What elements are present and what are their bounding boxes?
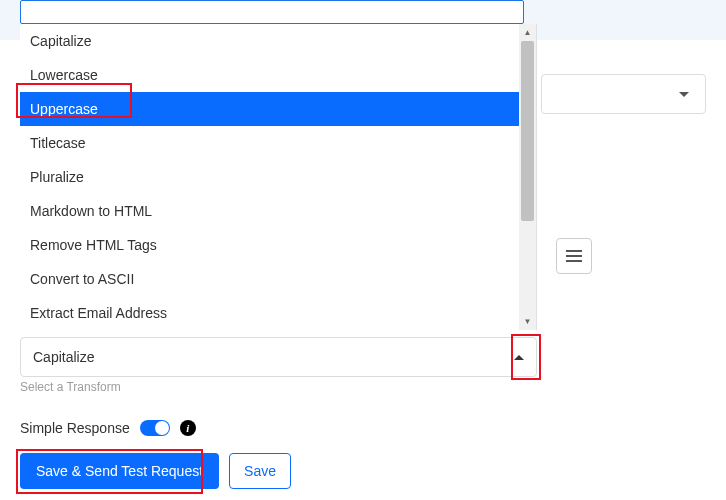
transform-select-value: Capitalize <box>33 349 514 365</box>
scrollbar[interactable]: ▲ ▼ <box>519 24 536 330</box>
simple-response-label: Simple Response <box>20 420 130 436</box>
transform-select[interactable]: Capitalize <box>20 337 537 377</box>
simple-response-toggle[interactable] <box>140 420 170 436</box>
scrollbar-thumb[interactable] <box>521 41 534 221</box>
options-list: Capitalize Lowercase Uppercase Titlecase… <box>20 24 519 330</box>
button-row: Save & Send Test Request Save <box>20 453 291 489</box>
option-uppercase[interactable]: Uppercase <box>20 92 519 126</box>
option-titlecase[interactable]: Titlecase <box>20 126 519 160</box>
info-icon[interactable]: i <box>180 420 196 436</box>
chevron-down-icon <box>679 92 689 97</box>
simple-response-row: Simple Response i <box>20 420 196 436</box>
option-markdown-html[interactable]: Markdown to HTML <box>20 194 519 228</box>
chevron-up-icon <box>514 355 524 360</box>
save-button[interactable]: Save <box>229 453 291 489</box>
background-select[interactable] <box>541 74 706 114</box>
option-capitalize[interactable]: Capitalize <box>20 24 519 58</box>
option-remove-html[interactable]: Remove HTML Tags <box>20 228 519 262</box>
hamburger-icon <box>566 250 582 262</box>
search-input[interactable] <box>20 0 524 24</box>
toggle-knob <box>155 421 169 435</box>
option-convert-ascii[interactable]: Convert to ASCII <box>20 262 519 296</box>
scroll-down-icon[interactable]: ▼ <box>519 313 536 330</box>
scroll-up-icon[interactable]: ▲ <box>519 24 536 41</box>
option-pluralize[interactable]: Pluralize <box>20 160 519 194</box>
select-helper-text: Select a Transform <box>20 380 121 394</box>
menu-button[interactable] <box>556 238 592 274</box>
dropdown-panel: Capitalize Lowercase Uppercase Titlecase… <box>20 24 537 330</box>
save-send-button[interactable]: Save & Send Test Request <box>20 453 219 489</box>
option-extract-email[interactable]: Extract Email Address <box>20 296 519 330</box>
option-lowercase[interactable]: Lowercase <box>20 58 519 92</box>
